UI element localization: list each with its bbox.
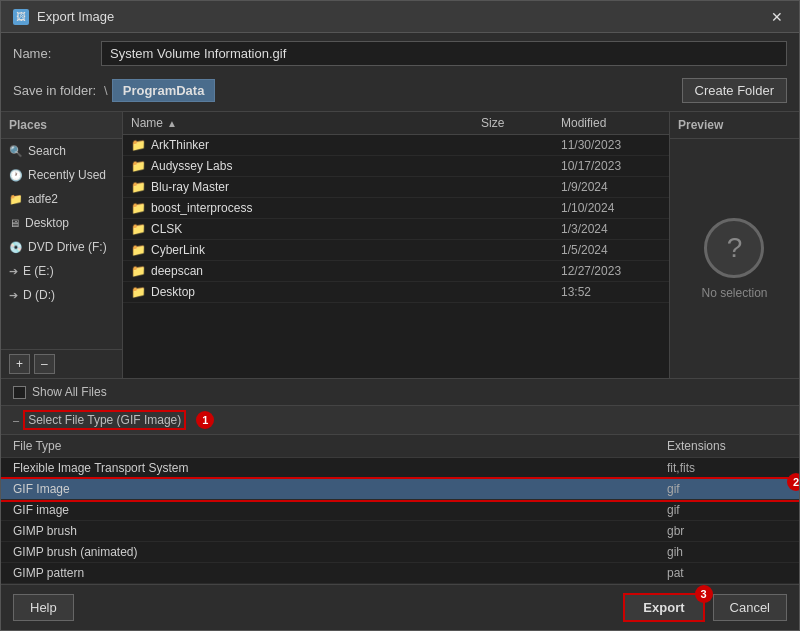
list-item[interactable]: GIMP brush gbr: [1, 521, 799, 542]
ft-name: GIMP brush: [13, 524, 667, 538]
show-all-label: Show All Files: [32, 385, 107, 399]
file-type-section: – Select File Type (GIF Image) 1 File Ty…: [1, 405, 799, 584]
badge-2: 2: [787, 473, 799, 491]
sidebar-remove-button[interactable]: –: [34, 354, 55, 374]
preview-panel: Preview ? No selection: [669, 112, 799, 378]
dialog-title: Export Image: [37, 9, 114, 24]
folder-icon: 📁: [131, 264, 146, 278]
folder-name-button[interactable]: ProgramData: [112, 79, 216, 102]
title-bar-left: 🖼 Export Image: [13, 9, 114, 25]
ft-name: Flexible Image Transport System: [13, 461, 667, 475]
file-name-cell: 📁 boost_interprocess: [131, 201, 481, 215]
list-item[interactable]: GIF Image gif 2: [1, 479, 799, 500]
sidebar-add-button[interactable]: +: [9, 354, 30, 374]
file-date: 1/5/2024: [561, 243, 661, 257]
file-date: 10/17/2023: [561, 159, 661, 173]
file-type-list[interactable]: Flexible Image Transport System fit,fits…: [1, 458, 799, 584]
help-button[interactable]: Help: [13, 594, 74, 621]
table-row[interactable]: 📁 boost_interprocess 1/10/2024: [123, 198, 669, 219]
sidebar-item-adfe2[interactable]: 📁 adfe2: [1, 187, 122, 211]
table-row[interactable]: 📁 ArkThinker 11/30/2023: [123, 135, 669, 156]
file-date: 1/10/2024: [561, 201, 661, 215]
sidebar-item-d-drive[interactable]: ➔ D (D:): [1, 283, 122, 307]
recent-icon: 🕐: [9, 169, 23, 182]
folder-icon: 📁: [131, 201, 146, 215]
ft-ext: gbr: [667, 524, 787, 538]
list-item[interactable]: GIMP pattern pat: [1, 563, 799, 584]
sidebar-item-recent-label: Recently Used: [28, 168, 106, 182]
file-name: boost_interprocess: [151, 201, 252, 215]
name-input[interactable]: [101, 41, 787, 66]
col-modified-header[interactable]: Modified: [561, 116, 661, 130]
sort-arrow: ▲: [167, 118, 177, 129]
table-row[interactable]: 📁 deepscan 12/27/2023: [123, 261, 669, 282]
col-size-header[interactable]: Size: [481, 116, 561, 130]
table-row[interactable]: 📁 CLSK 1/3/2024: [123, 219, 669, 240]
file-area: Name ▲ Size Modified 📁 ArkThinker 11/30/…: [123, 112, 669, 378]
sidebar-label-dvd: DVD Drive (F:): [28, 240, 107, 254]
preview-header: Preview: [670, 112, 799, 139]
file-type-header[interactable]: – Select File Type (GIF Image) 1: [1, 406, 799, 435]
cancel-button[interactable]: Cancel: [713, 594, 787, 621]
folder-path: \ ProgramData: [104, 79, 673, 102]
create-folder-button[interactable]: Create Folder: [682, 78, 787, 103]
sidebar-item-dvd[interactable]: 💿 DVD Drive (F:): [1, 235, 122, 259]
ft-name: GIF image: [13, 503, 667, 517]
sidebar-item-search-label: Search: [28, 144, 66, 158]
bottom-area: Show All Files – Select File Type (GIF I…: [1, 378, 799, 630]
sidebar-label-e: E (E:): [23, 264, 54, 278]
file-name: Audyssey Labs: [151, 159, 232, 173]
folder-icon-adfe2: 📁: [9, 193, 23, 206]
no-selection-text: No selection: [701, 286, 767, 300]
table-row[interactable]: 📁 CyberLink 1/5/2024: [123, 240, 669, 261]
preview-content: ? No selection: [701, 139, 767, 378]
sidebar-footer: + –: [1, 349, 122, 378]
close-button[interactable]: ✕: [767, 7, 787, 27]
search-icon: 🔍: [9, 145, 23, 158]
table-row[interactable]: 📁 Audyssey Labs 10/17/2023: [123, 156, 669, 177]
list-item[interactable]: GIMP brush (animated) gih: [1, 542, 799, 563]
file-list-header: Name ▲ Size Modified: [123, 112, 669, 135]
sidebar-header: Places: [1, 112, 122, 139]
col-extensions: Extensions: [667, 439, 787, 453]
collapse-icon: –: [13, 414, 19, 426]
dialog-icon: 🖼: [13, 9, 29, 25]
table-row[interactable]: 📁 Blu-ray Master 1/9/2024: [123, 177, 669, 198]
table-row[interactable]: 📁 Desktop 13:52: [123, 282, 669, 303]
file-name: deepscan: [151, 264, 203, 278]
file-name: CLSK: [151, 222, 182, 236]
file-list[interactable]: 📁 ArkThinker 11/30/2023 📁 Audyssey Labs …: [123, 135, 669, 378]
export-button[interactable]: Export: [623, 593, 704, 622]
list-item[interactable]: Flexible Image Transport System fit,fits: [1, 458, 799, 479]
show-all-checkbox[interactable]: [13, 386, 26, 399]
file-name-cell: 📁 Audyssey Labs: [131, 159, 481, 173]
list-item[interactable]: GIF image gif: [1, 500, 799, 521]
folder-icon: 📁: [131, 222, 146, 236]
badge-3: 3: [695, 585, 713, 603]
file-date: 1/9/2024: [561, 180, 661, 194]
file-name: CyberLink: [151, 243, 205, 257]
main-area: Places 🔍 Search 🕐 Recently Used 📁 adfe2 …: [1, 111, 799, 378]
sidebar-item-recently-used[interactable]: 🕐 Recently Used: [1, 163, 122, 187]
ft-ext: gif: [667, 503, 787, 517]
folder-icon: 📁: [131, 243, 146, 257]
file-name-cell: 📁 CyberLink: [131, 243, 481, 257]
name-row: Name:: [1, 33, 799, 74]
folder-separator: \: [104, 83, 108, 98]
col-name-header[interactable]: Name ▲: [131, 116, 481, 130]
file-date: 1/3/2024: [561, 222, 661, 236]
drive-d-icon: ➔: [9, 289, 18, 302]
sidebar-item-search[interactable]: 🔍 Search: [1, 139, 122, 163]
file-name: ArkThinker: [151, 138, 209, 152]
preview-placeholder-circle: ?: [704, 218, 764, 278]
folder-icon: 📁: [131, 138, 146, 152]
file-name-cell: 📁 ArkThinker: [131, 138, 481, 152]
sidebar-item-e-drive[interactable]: ➔ E (E:): [1, 259, 122, 283]
file-date: 12/27/2023: [561, 264, 661, 278]
file-date: 11/30/2023: [561, 138, 661, 152]
file-name-cell: 📁 Desktop: [131, 285, 481, 299]
sidebar-item-desktop[interactable]: 🖥 Desktop: [1, 211, 122, 235]
folder-icon: 📁: [131, 159, 146, 173]
file-name: Blu-ray Master: [151, 180, 229, 194]
file-name-cell: 📁 Blu-ray Master: [131, 180, 481, 194]
